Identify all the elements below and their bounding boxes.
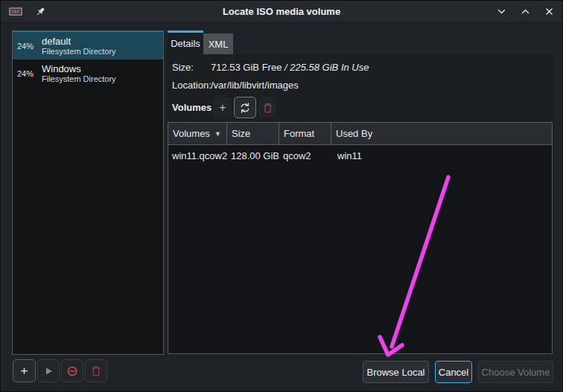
titlebar: Locate ISO media volume: [1, 1, 562, 23]
virt-manager-logo-icon: [8, 6, 23, 18]
tab-xml[interactable]: XML: [203, 33, 233, 54]
maximize-icon[interactable]: [516, 3, 534, 21]
tab-details[interactable]: Details: [168, 30, 203, 54]
volumes-table: Volumes ▼ Size Format Used By win11.qcow…: [168, 122, 553, 354]
storage-pool-list: 24% default Filesystem Directory 24% Win…: [12, 30, 164, 355]
volume-row-win11[interactable]: win11.qcow2 128.00 GiB qcow2 win11: [168, 145, 552, 167]
trash-icon: [90, 364, 102, 377]
pool-item-default[interactable]: 24% default Filesystem Directory: [13, 31, 163, 60]
browse-local-button[interactable]: Browse Local: [363, 361, 429, 383]
pool-item-windows[interactable]: 24% Windows Filesystem Directory: [13, 60, 163, 88]
column-header-size[interactable]: Size: [227, 123, 279, 144]
pool-usage-percent: 24%: [17, 42, 35, 51]
volumes-section-label: Volumes: [172, 102, 211, 113]
plus-icon: +: [219, 101, 226, 115]
size-free-text: 712.53 GiB Free: [211, 62, 284, 73]
volume-name-cell: win11.qcow2: [168, 150, 227, 161]
add-volume-button[interactable]: +: [214, 97, 232, 118]
column-header-format[interactable]: Format: [279, 123, 331, 144]
size-used-text: / 225.58 GiB In Use: [284, 62, 369, 73]
location-label: Location:: [172, 80, 211, 91]
play-icon: [42, 365, 54, 377]
refresh-icon: [239, 102, 251, 114]
refresh-volumes-button[interactable]: [234, 97, 256, 118]
volume-usedby-cell: win11: [331, 150, 552, 161]
add-pool-button[interactable]: +: [13, 359, 36, 382]
plus-icon: +: [21, 364, 28, 379]
choose-volume-button[interactable]: Choose Volume: [478, 361, 553, 383]
volumes-table-header: Volumes ▼ Size Format Used By: [168, 123, 552, 145]
pool-name: default: [42, 36, 116, 47]
locate-iso-dialog: Locate ISO media volume 24% default File…: [0, 0, 563, 392]
cancel-button[interactable]: Cancel: [435, 361, 472, 383]
pin-icon[interactable]: [32, 4, 48, 20]
column-label: Used By: [336, 128, 372, 139]
trash-icon: [262, 102, 273, 114]
start-pool-button[interactable]: [37, 359, 60, 382]
pool-type: Filesystem Directory: [42, 74, 116, 84]
sort-descending-icon: ▼: [214, 130, 221, 138]
size-label: Size:: [172, 62, 194, 73]
stop-pool-button[interactable]: [61, 359, 83, 382]
size-value: 712.53 GiB Free / 225.58 GiB In Use: [211, 62, 369, 73]
column-label: Volumes: [173, 128, 210, 139]
column-header-volumes[interactable]: Volumes ▼: [168, 123, 227, 144]
pool-usage-percent: 24%: [17, 69, 35, 78]
close-icon[interactable]: [540, 3, 558, 21]
column-header-used-by[interactable]: Used By: [331, 123, 552, 144]
volume-size-cell: 128.00 GiB: [227, 150, 279, 161]
dialog-title: Locate ISO media volume: [1, 6, 562, 17]
minimize-icon[interactable]: [492, 3, 510, 21]
pool-type: Filesystem Directory: [42, 47, 116, 57]
location-value: /var/lib/libvirt/images: [211, 80, 299, 91]
pool-name: Windows: [42, 63, 116, 74]
delete-pool-button[interactable]: [85, 359, 107, 382]
column-label: Format: [284, 128, 314, 139]
volume-format-cell: qcow2: [279, 150, 331, 161]
window-controls: [492, 3, 558, 21]
stop-circle-icon: [66, 364, 79, 378]
column-label: Size: [232, 128, 250, 139]
delete-volume-button[interactable]: [258, 97, 276, 118]
